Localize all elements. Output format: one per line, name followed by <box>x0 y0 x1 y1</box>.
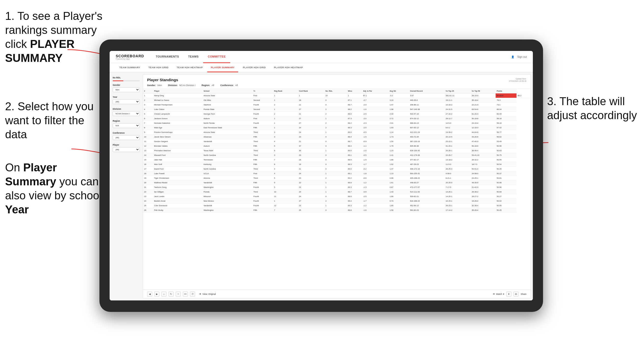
col-school: School <box>202 89 252 93</box>
division-label: Division <box>113 108 140 110</box>
table-row[interactable]: 5Christo LamprechtGeorgia TechFourth2212… <box>143 112 531 116</box>
filter-gender-value: Men <box>158 84 162 87</box>
table-row[interactable]: 17David FordNorth CarolinaThird421069.0-… <box>143 167 531 171</box>
table-row[interactable]: 10Jacob Skov OlesenArkansasFifth323068.4… <box>143 135 531 139</box>
toolbar-home-btn[interactable]: ⌂ <box>161 292 166 297</box>
table-row[interactable]: 6Jackson KoivunAuburnFirst127167.3-2.02.… <box>143 116 531 121</box>
table-row[interactable]: 25Cole SherwoodVanderbiltFourth1223169.3… <box>143 203 531 208</box>
toolbar-forward-btn[interactable]: ▶ <box>154 292 159 297</box>
no-rds-label: No Rds. <box>113 76 140 79</box>
filter-row: Gender: Men Division: NCAA Division I Re… <box>147 84 238 87</box>
player-select[interactable]: (All) <box>113 147 140 152</box>
col-yr: Yr <box>252 89 273 93</box>
nav-teams[interactable]: TEAMS <box>184 51 203 63</box>
table-body: 1Wenyi DingArizona StateFirst1115167.1-3… <box>143 93 531 213</box>
table-row[interactable]: 16Alex GoffKentuckyFifth819068.3-1.71.92… <box>143 162 531 167</box>
year-select[interactable]: (All) First Second Third Fourth Fifth <box>113 99 140 104</box>
logo-area: SCOREBOARD Powered by clippi <box>116 54 144 60</box>
tablet-device: SCOREBOARD Powered by clippi TOURNAMENTS… <box>99 39 543 312</box>
table-row[interactable]: 19Tiger ChristensenArizonaThird523269.2-… <box>143 176 531 181</box>
toolbar-more-btn[interactable]: ••• <box>183 292 188 297</box>
sign-out-link[interactable]: Sign out <box>517 56 527 58</box>
subnav-player-h2h-grid[interactable]: PLAYER H2H GRID <box>239 63 269 72</box>
conference-select[interactable]: (All) <box>113 135 140 140</box>
filter-region: Region: All <box>202 84 214 87</box>
instruction-step2: 2. Select how you want to filter the dat… <box>5 99 102 141</box>
table-row[interactable]: 21Taehonn SongWashingtonFourth523169.3-1… <box>143 185 531 190</box>
logo-sub: Powered by clippi <box>116 58 144 60</box>
header-right: 👤 Sign out <box>511 56 527 58</box>
instruction-step4: On Player Summary you can also view by s… <box>5 160 102 216</box>
region-select[interactable]: N/A All <box>113 123 140 128</box>
nav-tournaments[interactable]: TOURNAMENTS <box>151 51 184 63</box>
table-row[interactable]: 24Bastien AmatNew MexicoFourth127269.4-1… <box>143 199 531 203</box>
view-icon: 👁 <box>199 293 201 295</box>
col-avg-sg: Avg SG <box>389 89 409 93</box>
col-rank: # <box>143 89 153 93</box>
toolbar-clock-btn[interactable]: ⏱ <box>190 292 195 297</box>
toolbar-watch[interactable]: 👁 Watch ▾ <box>493 293 505 295</box>
table-row[interactable]: 26Petr HrubyWashingtonFifth725068.6-1.61… <box>143 208 531 213</box>
table-row[interactable]: 15Jake HallTennesseeFifth718068.5-1.51.6… <box>143 158 531 162</box>
toolbar-grid-btn[interactable]: ⊞ <box>513 292 519 297</box>
table-row[interactable]: 11Gordon SargentVanderbiltThird421068.7-… <box>143 139 531 144</box>
table-row[interactable]: 14Maxwell FordNorth CarolinaThird323069.… <box>143 153 531 158</box>
tablet-screen: SCOREBOARD Powered by clippi TOURNAMENTS… <box>110 51 533 300</box>
table-row[interactable]: 12Brendan ValdesAuburnFifth537068.4-1.11… <box>143 144 531 148</box>
division-select[interactable]: NCAA Division I NCAA Division II NCAA Di… <box>113 111 140 116</box>
table-row[interactable]: 4Luke ClatonFlorida StateSecond127268.2-… <box>143 107 531 112</box>
col-wins: Wins <box>347 89 362 93</box>
table-row[interactable]: 13Phichaksn MaichonTexas A&MThird630169.… <box>143 148 531 153</box>
view-label: View: Original <box>202 293 216 295</box>
table-row[interactable]: 3Michael ThorbjornsenStanfordFourth21106… <box>143 103 531 107</box>
table-row[interactable]: 20Matthew RiedelVanderbiltFifth922168.8-… <box>143 181 531 185</box>
subnav-team-h2h-heatmap[interactable]: TEAM H2H HEATMAP <box>173 63 206 72</box>
region-label: Region <box>113 120 140 122</box>
table-row[interactable]: 1Wenyi DingArizona StateFirst1115167.1-3… <box>143 93 531 98</box>
filter-region-label: Region: <box>202 84 210 87</box>
toolbar-refresh-btn[interactable]: ↻ <box>169 292 174 297</box>
toolbar-add-btn[interactable]: + <box>176 292 181 297</box>
instruction-step3-text: 3. The table will adjust accordingly <box>547 95 637 121</box>
instruction-step2-text: 2. Select how you want to filter the dat… <box>5 100 94 141</box>
table-row[interactable]: 18Luke PowellUCLAFirst424169.1-1.81.1350… <box>143 171 531 176</box>
watch-label: Watch <box>496 293 502 295</box>
filter-gender: Gender: Men <box>147 84 162 87</box>
subnav-team-summary[interactable]: TEAM SUMMARY <box>116 63 144 72</box>
update-time-area: Update time: 27/03/2024 16:56:26 <box>509 78 526 82</box>
gender-label: Gender <box>113 84 140 86</box>
data-table-container[interactable]: # Player School Yr Reg Rank Conf Rank No… <box>143 89 531 289</box>
toolbar-download-btn[interactable]: ⬇ <box>506 292 511 297</box>
col-reg-rank: Reg Rank <box>273 89 298 93</box>
table-row[interactable]: 2Michael Le SassoOle MissSecond118067.1-… <box>143 98 531 103</box>
filter-region-value: All <box>212 84 214 87</box>
app-header: SCOREBOARD Powered by clippi TOURNAMENTS… <box>110 51 533 63</box>
update-date: 27/03/2024 16:56:26 <box>509 80 526 82</box>
watch-dropdown: ▾ <box>503 293 504 295</box>
toolbar-view[interactable]: 👁 View: Original <box>199 293 216 295</box>
subnav-player-h2h-heatmap[interactable]: PLAYER H2H HEATMAP <box>270 63 306 72</box>
no-rds-slider[interactable] <box>113 80 140 81</box>
table-row[interactable]: 7Nicholas GabrelickNorth FloridaFourth12… <box>143 121 531 126</box>
year-label: Year <box>113 96 140 98</box>
filter-division-value: NCAA Division I <box>179 84 196 87</box>
sub-nav: TEAM SUMMARY TEAM H2H GRID TEAM H2H HEAT… <box>110 63 533 72</box>
logo-text: SCOREBOARD <box>116 54 144 58</box>
toolbar-back-btn[interactable]: ◀ <box>147 292 152 297</box>
table-row[interactable]: 9Preston SummerhaysArizona StateThird324… <box>143 130 531 135</box>
table-row[interactable]: 8Mats EgeEast Tennessee StateFifth124268… <box>143 126 531 130</box>
gender-select[interactable]: Men Women <box>113 87 140 92</box>
main-content: No Rds. Gender Men Women Year (All) Firs… <box>110 72 533 300</box>
subnav-team-h2h-grid[interactable]: TEAM H2H GRID <box>145 63 172 72</box>
right-panel: Player Standings Gender: Men Division: N… <box>143 74 531 298</box>
share-label[interactable]: Share <box>521 293 526 295</box>
filter-conference: Conference: All <box>220 84 238 87</box>
instruction-step3: 3. The table will adjust accordingly <box>547 94 639 122</box>
update-time-label: Update time: <box>509 78 526 80</box>
table-row[interactable]: 23Jack LundinMissouriFourth1124068.6-2.5… <box>143 194 531 199</box>
table-row[interactable]: 22Ian GilliganFloridaThird1024168.7-0.91… <box>143 190 531 194</box>
subnav-player-summary[interactable]: PLAYER SUMMARY <box>207 63 238 72</box>
player-label: Player <box>113 144 140 146</box>
nav-committee[interactable]: COMMITTEE <box>203 51 230 63</box>
filter-division: Division: NCAA Division I <box>168 84 196 87</box>
